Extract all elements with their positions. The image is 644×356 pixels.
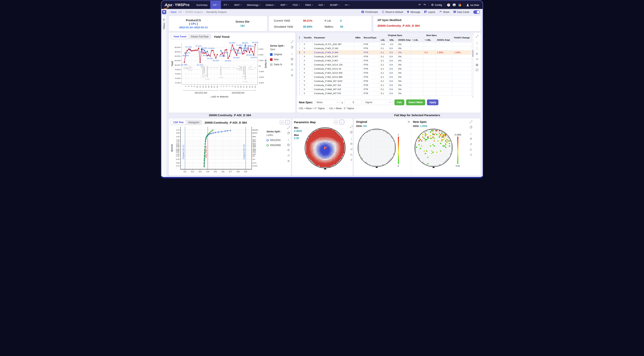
tab-cdf-plot[interactable]: CDF Plot <box>171 120 186 125</box>
cell-new-lsl[interactable] <box>411 55 423 59</box>
nav-item-summary[interactable]: Summary <box>194 1 210 9</box>
col-yield-change[interactable]: Yield% Change <box>452 33 472 42</box>
legend-item[interactable]: Delta % <box>270 63 289 66</box>
cell-new-lsl[interactable] <box>411 71 423 75</box>
expand-icon[interactable] <box>350 126 352 128</box>
expand-filters-icon[interactable]: ≫ <box>163 19 166 21</box>
cell-new-usl[interactable] <box>423 42 436 46</box>
cell-new-usl[interactable] <box>423 91 436 96</box>
back-button[interactable]: ‹Back <box>170 11 176 14</box>
nav-item-more[interactable]: •••▾ <box>342 1 352 9</box>
tab-histogram[interactable]: Histogram <box>186 120 202 125</box>
select-all-checkbox[interactable] <box>297 33 302 42</box>
toolbar-action-layout[interactable]: Layout <box>424 11 435 14</box>
tab-param-fail-rate[interactable]: Param Fail Rate <box>189 35 211 39</box>
cell-new-lsl[interactable] <box>411 83 423 87</box>
gear-icon[interactable]: ⚙ <box>350 142 352 145</box>
col-new-usl[interactable]: ✎USL <box>423 38 436 42</box>
expand-icon[interactable] <box>287 126 290 129</box>
cell-new-usl[interactable] <box>423 83 436 87</box>
config-button[interactable]: ⚙Config <box>431 3 442 7</box>
legend-item[interactable]: Original <box>270 53 289 56</box>
row-checkbox[interactable] <box>297 46 302 51</box>
help-icon[interactable]: ? <box>447 4 450 7</box>
expand-icon[interactable] <box>470 120 472 123</box>
gear-icon[interactable]: ⚙ <box>476 52 478 55</box>
list-icon[interactable]: ≣ <box>287 159 290 162</box>
scroll-down-icon[interactable]: ▼ <box>472 96 474 97</box>
table-row[interactable]: Y Continuity_P ADI_SCLK 34 PTR 0.1 0.9 0… <box>297 67 472 71</box>
reset-icon[interactable]: ↺ <box>476 58 478 61</box>
col-hbin[interactable]: HBin <box>354 33 362 42</box>
filter-button[interactable] <box>162 10 166 14</box>
toolbar-action-printscreen[interactable]: PrintScreen <box>361 11 378 14</box>
image-icon[interactable] <box>453 4 456 6</box>
toolbar-action-data-cards[interactable]: Data Cards <box>454 11 469 14</box>
col-recordtype[interactable]: RecordType <box>362 33 380 42</box>
scroll-up-icon[interactable]: ▲ <box>472 33 474 35</box>
reset-icon[interactable]: ↺ <box>350 148 352 151</box>
cell-new-usl[interactable] <box>423 75 436 79</box>
table-row[interactable]: Y Continuity_P ADI_SCLK 888 PTR 0.1 0.9 … <box>297 75 472 79</box>
copy-icon[interactable] <box>287 132 290 135</box>
row-checkbox[interactable] <box>297 59 302 63</box>
table-row[interactable]: Y Continuity_P ADI_SCLK 139 PTR 0.1 0.9 … <box>297 63 472 67</box>
expand-icon[interactable] <box>291 41 294 44</box>
reset-icon[interactable]: ↺ <box>291 68 294 71</box>
original-wafer-map[interactable] <box>356 127 397 170</box>
undo-icon[interactable]: ↶ <box>418 3 421 7</box>
grid-icon[interactable]: ▦ <box>476 63 478 66</box>
expand-icon[interactable] <box>476 35 478 38</box>
download-icon[interactable]: ↓ <box>291 52 293 55</box>
reset-icon[interactable]: ↺ <box>470 143 472 146</box>
row-checkbox[interactable] <box>297 63 302 67</box>
table-row[interactable]: Y Continuity_P ADI_D 507 PTR 0.1 0.9 0% <box>297 55 472 59</box>
row-checkbox[interactable] <box>297 42 302 46</box>
nav-item-metrology[interactable]: Metrology▾ <box>244 1 263 9</box>
nav-item-ft[interactable]: FT▾ <box>221 1 232 9</box>
copy-icon[interactable] <box>350 131 352 134</box>
cell-new-usl[interactable] <box>423 71 436 75</box>
copy-icon[interactable] <box>470 126 472 129</box>
legend-item[interactable]: New <box>270 58 289 61</box>
col-oos[interactable]: OOS%.Total <box>397 38 411 42</box>
cell-new-lsl[interactable] <box>411 51 423 55</box>
download-icon[interactable]: ↓ <box>350 136 352 140</box>
download-icon[interactable]: ↓ <box>288 137 289 140</box>
cell-new-lsl[interactable] <box>411 67 423 71</box>
table-row[interactable]: Y Continuity_P ANA_INT 576 PTR 0.1 0.9 0… <box>297 91 472 96</box>
col-turnon[interactable]: TurnOn <box>302 33 313 42</box>
nav-item-cp[interactable]: CP▾ <box>210 1 221 9</box>
nav-item-bump[interactable]: BUMP▾ <box>327 1 342 9</box>
row-checkbox[interactable] <box>297 83 302 87</box>
row-checkbox[interactable] <box>297 79 302 83</box>
mirror-icon[interactable]: )|( <box>470 154 472 156</box>
row-checkbox[interactable] <box>297 71 302 75</box>
copy-icon[interactable] <box>291 46 294 49</box>
col-new-oos[interactable]: OOS%.Total <box>436 38 452 42</box>
nav-item-aoi[interactable]: AOI▾ <box>316 1 327 9</box>
nav-item-defect[interactable]: Defect▾ <box>263 1 278 9</box>
col-new-lsl[interactable]: ✎LSL <box>411 38 423 42</box>
data-cards-toggle[interactable] <box>473 10 480 14</box>
method-select[interactable]: Mean▼ <box>315 100 340 105</box>
cell-new-usl[interactable] <box>423 63 436 67</box>
new-spec-wafer-map[interactable] <box>413 127 454 170</box>
cell-new-lsl[interactable] <box>411 59 423 63</box>
cell-new-usl[interactable] <box>423 46 436 51</box>
filters-label[interactable]: Filters <box>163 23 166 29</box>
theme-palette-icon[interactable] <box>458 4 461 7</box>
cell-new-lsl[interactable] <box>411 79 423 83</box>
tab-yield-trend[interactable]: Yield Trend <box>171 35 189 39</box>
cell-new-lsl[interactable] <box>411 91 423 96</box>
rotate-icon[interactable]: ↻ <box>350 153 352 156</box>
toolbar-action-share[interactable]: Share <box>439 11 449 14</box>
nav-item-wip[interactable]: WIP▾ <box>278 1 290 9</box>
cell-new-lsl[interactable] <box>411 87 423 91</box>
cell-new-usl[interactable] <box>423 67 436 71</box>
scroll-thumb[interactable] <box>472 50 474 57</box>
row-checkbox[interactable] <box>297 55 302 59</box>
row-checkbox[interactable] <box>297 67 302 71</box>
table-row[interactable]: Y Continuity_P ANA_INT 1020 PTR 0.1 0.9 … <box>297 79 472 83</box>
row-checkbox[interactable] <box>297 75 302 79</box>
